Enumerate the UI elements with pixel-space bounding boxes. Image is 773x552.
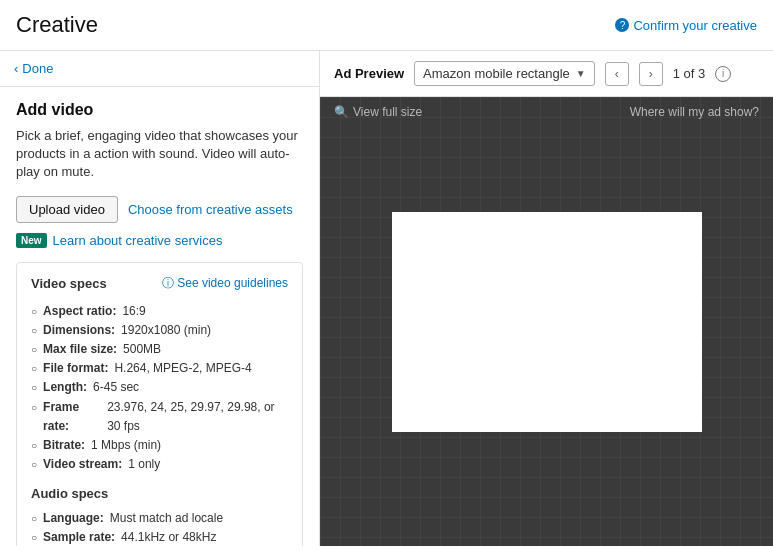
dropdown-value: Amazon mobile rectangle [423,66,570,81]
right-panel: Ad Preview Amazon mobile rectangle ▼ ‹ ›… [320,51,773,546]
view-full-size-link[interactable]: 🔍 View full size [334,105,422,119]
page-count: 1 of 3 [673,66,706,81]
where-will-my-ad-show-link[interactable]: Where will my ad show? [630,105,759,119]
main-layout: ‹ Done Add video Pick a brief, engaging … [0,51,773,546]
audio-spec-item: Sample rate: 44.1kHz or 48kHz [31,528,288,546]
chevron-down-icon: ▼ [576,68,586,79]
upload-video-button[interactable]: Upload video [16,196,118,223]
preview-info-icon[interactable]: i [715,66,731,82]
left-content: Add video Pick a brief, engaging video t… [0,87,319,546]
video-spec-item: Frame rate: 23.976, 24, 25, 29.97, 29.98… [31,398,288,436]
audio-specs-title: Audio specs [31,486,288,501]
back-link[interactable]: ‹ Done [14,61,305,76]
prev-preview-button[interactable]: ‹ [605,62,629,86]
audio-spec-item: Language: Must match ad locale [31,509,288,528]
video-spec-item: Dimensions: 1920x1080 (min) [31,321,288,340]
new-badge: New [16,233,47,248]
choose-from-assets-link[interactable]: Choose from creative assets [128,202,293,217]
ad-preview-box [392,212,702,432]
video-spec-item: Max file size: 500MB [31,340,288,359]
back-nav: ‹ Done [0,51,319,87]
video-spec-item: File format: H.264, MPEG-2, MPEG-4 [31,359,288,378]
top-header: Creative ? Confirm your creative [0,0,773,51]
ad-preview-area: 🔍 View full size Where will my ad show? [320,97,773,546]
preview-header: Ad Preview Amazon mobile rectangle ▼ ‹ ›… [320,51,773,97]
chevron-left-icon: ‹ [14,61,18,76]
video-specs-title: Video specs [31,276,107,291]
left-panel: ‹ Done Add video Pick a brief, engaging … [0,51,320,546]
video-specs-header: Video specs ⓘ See video guidelines [31,275,288,292]
add-video-title: Add video [16,101,303,119]
video-spec-item: Video stream: 1 only [31,455,288,474]
add-video-description: Pick a brief, engaging video that showca… [16,127,303,182]
page-title: Creative [16,12,98,38]
new-badge-row: New Learn about creative services [16,233,303,248]
next-preview-button[interactable]: › [639,62,663,86]
preview-toolbar: 🔍 View full size Where will my ad show? [320,97,773,127]
audio-specs-list: Language: Must match ad localeSample rat… [31,509,288,546]
video-specs-list: Aspect ratio: 16:9Dimensions: 1920x1080 … [31,302,288,475]
help-icon: ? [615,18,629,32]
video-spec-item: Aspect ratio: 16:9 [31,302,288,321]
learn-creative-services-link[interactable]: Learn about creative services [53,233,223,248]
video-spec-item: Length: 6-45 sec [31,378,288,397]
info-circle-icon: ⓘ [162,275,174,292]
specs-box: Video specs ⓘ See video guidelines Aspec… [16,262,303,546]
see-video-guidelines-link[interactable]: ⓘ See video guidelines [162,275,288,292]
button-row: Upload video Choose from creative assets [16,196,303,223]
ad-preview-label: Ad Preview [334,66,404,81]
confirm-creative-link[interactable]: ? Confirm your creative [615,18,757,33]
zoom-icon: 🔍 [334,105,349,119]
ad-size-dropdown[interactable]: Amazon mobile rectangle ▼ [414,61,595,86]
video-spec-item: Bitrate: 1 Mbps (min) [31,436,288,455]
